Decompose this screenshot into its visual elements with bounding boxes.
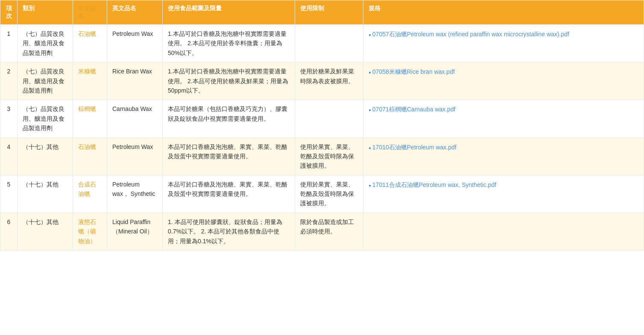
cell-cn-name: 合成石油蠟: [73, 175, 107, 213]
table-row: 2（七）品質改良用、釀造用及食品製造用劑米糠蠟Rice Bran Wax1.本品…: [0, 62, 644, 100]
header-num: 項次: [0, 0, 18, 25]
cell-category: （十七）其他: [18, 213, 73, 250]
cell-category: （七）品質改良用、釀造用及食品製造用劑: [18, 100, 73, 137]
cell-limit: 限於食品製造或加工必須時使用。: [295, 213, 363, 250]
cell-cn-name: 液態石蠟（礦物油）: [73, 213, 107, 250]
cell-limit: [295, 25, 363, 62]
cell-en-name: Petroleum Wax: [107, 137, 163, 175]
cell-num: 6: [0, 213, 18, 250]
cell-limit: 使用於果實、果菜、乾酪及殼蛋時限為保護被膜用。: [295, 175, 363, 213]
cell-limit: 使用於糖果及鮮果菜時限為表皮被膜用。: [295, 62, 363, 100]
cell-category: （七）品質改良用、釀造用及食品製造用劑: [18, 25, 73, 62]
cell-spec: 17010石油蠟Petroleum wax.pdf: [363, 137, 644, 175]
cell-usage: 本品可於口香糖及泡泡糖、果實、果菜、乾酪及殼蛋中視實際需要適量使用。: [163, 175, 295, 213]
cell-num: 4: [0, 137, 18, 175]
cell-en-name: Liquid Paraffin（Mineral Oil）: [107, 213, 163, 250]
cell-en-name: Petroleum Wax: [107, 25, 163, 62]
cell-category: （十七）其他: [18, 137, 73, 175]
spec-link-item[interactable]: 07071棕櫚蠟Carnauba wax.pdf: [369, 104, 638, 115]
cell-cn-name: 米糠蠟: [73, 62, 107, 100]
cell-usage: 1. 本品可使用於膠囊狀、錠狀食品；用量為0.7%以下。 2. 本品可於其他各類…: [163, 213, 295, 250]
table-row: 5（十七）其他合成石油蠟Petroleum wax， Synthetic本品可於…: [0, 175, 644, 213]
cell-en-name: Rice Bran Wax: [107, 62, 163, 100]
cell-num: 1: [0, 25, 18, 62]
table-row: 3（七）品質改良用、釀造用及食品製造用劑棕櫚蠟Carnauba Wax本品可於糖…: [0, 100, 644, 137]
header-cn-name: 中文品名: [73, 0, 107, 25]
table-row: 6（十七）其他液態石蠟（礦物油）Liquid Paraffin（Mineral …: [0, 213, 644, 250]
cell-en-name: Carnauba Wax: [107, 100, 163, 137]
cell-en-name: Petroleum wax， Synthetic: [107, 175, 163, 213]
cell-category: （十七）其他: [18, 175, 73, 213]
header-spec: 規格: [363, 0, 644, 25]
cell-spec: 17011合成石油蠟Petroleum wax, Synthetic.pdf: [363, 175, 644, 213]
cell-usage: 1.本品可於口香糖及泡泡糖中視實際需要適量使用。 2.本品可使用於香辛料微囊；用…: [163, 25, 295, 62]
cell-num: 5: [0, 175, 18, 213]
header-en-name: 英文品名: [107, 0, 163, 25]
cell-num: 2: [0, 62, 18, 100]
spec-link-item[interactable]: 17010石油蠟Petroleum wax.pdf: [369, 142, 638, 153]
cell-usage: 本品可於糖果（包括口香糖及巧克力）、膠囊狀及錠狀食品中視實際需要適量使用。: [163, 100, 295, 137]
header-usage: 使用食品範圍及限量: [163, 0, 295, 25]
cell-usage: 本品可於口香糖及泡泡糖、果實、果菜、乾酪及殼蛋中視實際需要適量使用。: [163, 137, 295, 175]
cell-usage: 1.本品可於口香糖及泡泡糖中視實際需要適量使用。 2.本品可使用於糖果及鮮果菜；…: [163, 62, 295, 100]
spec-link-item[interactable]: 17011合成石油蠟Petroleum wax, Synthetic.pdf: [369, 180, 638, 190]
spec-link-item[interactable]: 07058米糠蠟Rice bran wax.pdf: [369, 67, 638, 77]
header-limit: 使用限制: [295, 0, 363, 25]
cell-spec: [363, 213, 644, 250]
header-category: 類別: [18, 0, 73, 25]
cell-category: （七）品質改良用、釀造用及食品製造用劑: [18, 62, 73, 100]
cell-limit: [295, 100, 363, 137]
cell-num: 3: [0, 100, 18, 137]
cell-spec: 07058米糠蠟Rice bran wax.pdf: [363, 62, 644, 100]
spec-link-item[interactable]: 07057石油蠟Petroleum wax (refined paraffin …: [369, 29, 638, 40]
cell-limit: 使用於果實、果菜、乾酪及殼蛋時限為保護被膜用。: [295, 137, 363, 175]
table-row: 1（七）品質改良用、釀造用及食品製造用劑石油蠟Petroleum Wax1.本品…: [0, 25, 644, 62]
cell-spec: 07057石油蠟Petroleum wax (refined paraffin …: [363, 25, 644, 62]
cell-spec: 07071棕櫚蠟Carnauba wax.pdf: [363, 100, 644, 137]
table-row: 4（十七）其他石油蠟Petroleum Wax本品可於口香糖及泡泡糖、果實、果菜…: [0, 137, 644, 175]
cell-cn-name: 石油蠟: [73, 137, 107, 175]
cell-cn-name: 棕櫚蠟: [73, 100, 107, 137]
cell-cn-name: 石油蠟: [73, 25, 107, 62]
